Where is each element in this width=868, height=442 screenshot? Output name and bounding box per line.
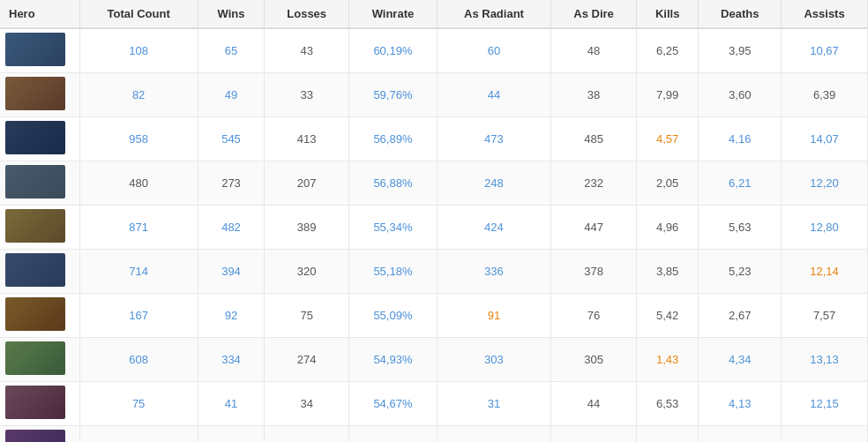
table-row: 48027320756,88%2482322,056,2112,20 <box>0 161 868 206</box>
cell-assists: 12,80 <box>782 206 868 250</box>
cell-kills: 6,25 <box>636 28 699 73</box>
cell-assists: 10,67 <box>782 28 868 73</box>
hero-cell[interactable] <box>0 117 79 161</box>
cell-as-dire: 48 <box>551 28 637 73</box>
cell-kills: 5,42 <box>636 294 699 338</box>
table-row: 75413454,67%31446,534,1312,15 <box>0 382 868 426</box>
cell-as-radiant: 473 <box>437 117 550 161</box>
hero-cell[interactable] <box>0 250 79 294</box>
col-winrate[interactable]: Winrate <box>349 0 438 28</box>
cell-losses: 33 <box>265 73 349 117</box>
cell-wins: 517 <box>198 426 265 443</box>
cell-deaths: 4,13 <box>699 382 782 426</box>
cell-as-dire: 232 <box>551 161 637 206</box>
cell-total-count: 958 <box>79 117 198 161</box>
cell-as-dire: 378 <box>551 250 637 294</box>
table-row: 108654360,19%60486,253,9510,67 <box>0 28 868 73</box>
cell-winrate: 55,34% <box>349 206 438 250</box>
table-row: 71439432055,18%3363783,855,2312,14 <box>0 250 868 294</box>
col-as-dire[interactable]: As Dire <box>551 0 637 28</box>
cell-wins: 65 <box>198 28 265 73</box>
hero-cell[interactable] <box>0 206 79 250</box>
cell-kills: 7,99 <box>636 73 699 117</box>
cell-kills: 3,85 <box>636 250 699 294</box>
cell-as-dire: 483 <box>551 426 637 443</box>
cell-winrate: 60,19% <box>349 28 438 73</box>
cell-wins: 41 <box>198 382 265 426</box>
cell-total-count: 108 <box>79 28 198 73</box>
hero-cell[interactable] <box>0 338 79 382</box>
cell-deaths: 4,16 <box>699 117 782 161</box>
cell-losses: 430 <box>265 426 349 443</box>
col-total-count[interactable]: Total Count <box>79 0 198 28</box>
cell-as-dire: 485 <box>551 117 637 161</box>
table-row: 87148238955,34%4244474,965,6312,80 <box>0 206 868 250</box>
col-losses[interactable]: Losses <box>265 0 349 28</box>
hero-cell[interactable] <box>0 28 79 73</box>
cell-deaths: 6,21 <box>699 161 782 206</box>
col-wins[interactable]: Wins <box>198 0 265 28</box>
cell-assists: 14,07 <box>782 117 868 161</box>
col-kills[interactable]: Kills <box>636 0 699 28</box>
col-assists[interactable]: Assists <box>782 0 868 28</box>
cell-kills: 7,15 <box>636 426 699 443</box>
cell-total-count: 75 <box>79 382 198 426</box>
cell-winrate: 54,67% <box>349 382 438 426</box>
table-row: 60833427454,93%3033051,434,3413,13 <box>0 338 868 382</box>
cell-losses: 34 <box>265 382 349 426</box>
cell-assists: 13,13 <box>782 338 868 382</box>
cell-assists: 7,57 <box>782 294 868 338</box>
cell-winrate: 56,88% <box>349 161 438 206</box>
cell-wins: 273 <box>198 161 265 206</box>
cell-losses: 389 <box>265 206 349 250</box>
cell-assists: 12,20 <box>782 161 868 206</box>
cell-kills: 2,05 <box>636 161 699 206</box>
cell-assists: 6,39 <box>782 73 868 117</box>
cell-wins: 394 <box>198 250 265 294</box>
cell-total-count: 608 <box>79 338 198 382</box>
col-deaths[interactable]: Deaths <box>699 0 782 28</box>
hero-stats-table: Hero Total Count Wins Losses Winrate As … <box>0 0 868 442</box>
hero-cell[interactable] <box>0 382 79 426</box>
cell-as-radiant: 464 <box>437 426 550 443</box>
hero-cell[interactable] <box>0 294 79 338</box>
cell-total-count: 480 <box>79 161 198 206</box>
cell-losses: 207 <box>265 161 349 206</box>
cell-assists: 12,15 <box>782 382 868 426</box>
table-row: 82493359,76%44387,993,606,39 <box>0 73 868 117</box>
cell-as-radiant: 44 <box>437 73 550 117</box>
cell-deaths: 3,60 <box>699 73 782 117</box>
col-as-radiant[interactable]: As Radiant <box>437 0 550 28</box>
table-row: 94751743054,59%4644837,153,209,97 <box>0 426 868 443</box>
cell-kills: 6,53 <box>636 382 699 426</box>
cell-winrate: 55,09% <box>349 294 438 338</box>
cell-as-radiant: 60 <box>437 28 550 73</box>
cell-as-dire: 44 <box>551 382 637 426</box>
cell-winrate: 54,93% <box>349 338 438 382</box>
cell-total-count: 947 <box>79 426 198 443</box>
cell-as-dire: 76 <box>551 294 637 338</box>
cell-winrate: 59,76% <box>349 73 438 117</box>
cell-as-radiant: 303 <box>437 338 550 382</box>
hero-cell[interactable] <box>0 426 79 443</box>
cell-kills: 4,96 <box>636 206 699 250</box>
cell-wins: 545 <box>198 117 265 161</box>
cell-losses: 320 <box>265 250 349 294</box>
table-row: 167927555,09%91765,422,677,57 <box>0 294 868 338</box>
cell-as-radiant: 31 <box>437 382 550 426</box>
cell-total-count: 82 <box>79 73 198 117</box>
cell-deaths: 3,95 <box>699 28 782 73</box>
hero-cell[interactable] <box>0 73 79 117</box>
cell-as-radiant: 336 <box>437 250 550 294</box>
cell-winrate: 55,18% <box>349 250 438 294</box>
cell-as-radiant: 424 <box>437 206 550 250</box>
cell-losses: 274 <box>265 338 349 382</box>
cell-total-count: 871 <box>79 206 198 250</box>
table-row: 95854541356,89%4734854,574,1614,07 <box>0 117 868 161</box>
cell-assists: 9,97 <box>782 426 868 443</box>
cell-as-dire: 305 <box>551 338 637 382</box>
hero-cell[interactable] <box>0 161 79 206</box>
col-hero: Hero <box>0 0 79 28</box>
cell-as-radiant: 91 <box>437 294 550 338</box>
cell-losses: 43 <box>265 28 349 73</box>
